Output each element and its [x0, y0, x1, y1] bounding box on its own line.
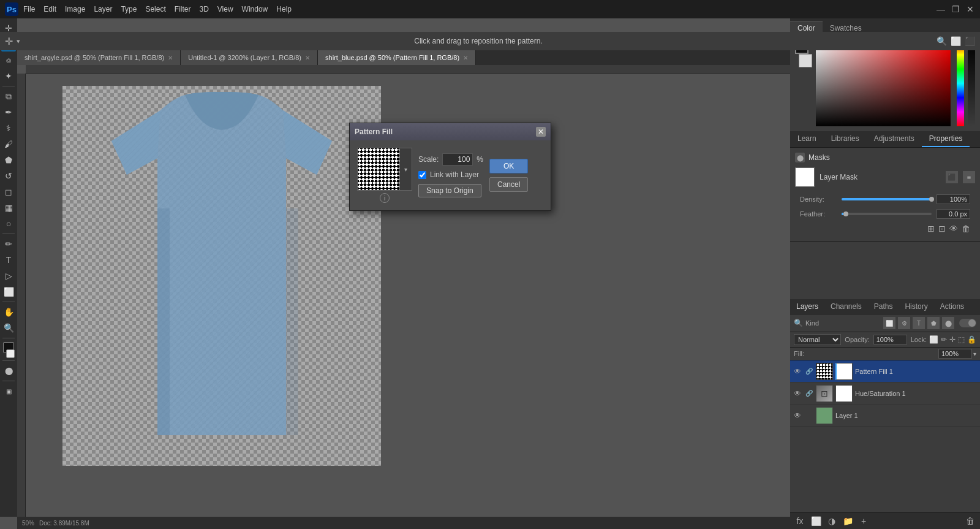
tab-layers[interactable]: Layers [790, 299, 824, 314]
tool-lasso[interactable]: ⌾ [1, 53, 16, 67]
tool-zoom[interactable]: 🔍 [1, 321, 16, 335]
filter-smart[interactable]: ⬤ [942, 317, 954, 329]
feather-slider[interactable] [842, 213, 932, 215]
tool-history-brush[interactable]: ↺ [1, 169, 16, 183]
background-swatch[interactable] [799, 54, 812, 67]
menu-layer[interactable]: Layer [94, 5, 112, 13]
fill-input[interactable] [938, 349, 972, 359]
tool-spot-heal[interactable]: ⚕ [1, 121, 16, 135]
mask-refine-icon[interactable]: ⊞ [927, 224, 935, 234]
menu-3d[interactable]: 3D [199, 5, 208, 13]
menu-window[interactable]: Window [242, 5, 268, 13]
feather-value[interactable] [937, 209, 970, 219]
tab-paths[interactable]: Paths [868, 299, 899, 314]
snap-to-origin-btn[interactable]: Snap to Origin [418, 184, 481, 197]
layer-group-btn[interactable]: 📁 [842, 515, 854, 527]
link-with-layer-label[interactable]: Link with Layer [430, 170, 479, 179]
tool-wand[interactable]: ✦ [1, 69, 16, 83]
menu-select[interactable]: Select [145, 5, 165, 13]
layer-item-pattern-fill[interactable]: 👁 🔗 Pattern Fill 1 [790, 360, 980, 382]
tool-eyedropper[interactable]: ✒ [1, 105, 16, 120]
tool-path-select[interactable]: ▷ [1, 268, 16, 283]
dialog-cancel-btn[interactable]: Cancel [489, 177, 528, 192]
mask-eye-icon[interactable]: 👁 [949, 224, 958, 234]
opacity-input[interactable] [873, 335, 907, 344]
eye-pattern-fill[interactable]: 👁 [793, 367, 802, 376]
pattern-preview[interactable] [357, 148, 400, 191]
menu-edit[interactable]: Edit [43, 5, 56, 13]
tab-close-untitled[interactable]: ✕ [305, 55, 310, 61]
filter-shape[interactable]: ⬟ [927, 317, 940, 329]
pattern-dropdown-btn[interactable]: ▾ [400, 148, 412, 191]
blend-mode-select[interactable]: Normal [794, 334, 841, 345]
tool-shape[interactable]: ⬜ [1, 284, 16, 299]
layer-delete-btn[interactable]: 🗑 [964, 515, 976, 527]
tab-untitled[interactable]: Untitled-1 @ 3200% (Layer 1, RGB/8) ✕ [181, 50, 318, 65]
tab-close-argyle[interactable]: ✕ [168, 55, 173, 61]
lock-gradient[interactable]: ✏ [941, 335, 947, 344]
minimize-button[interactable]: — [936, 4, 946, 14]
feather-thumb[interactable] [843, 211, 848, 216]
mask-apply-btn[interactable]: ⬛ [946, 171, 958, 183]
tab-channels[interactable]: Channels [824, 299, 868, 314]
hue-bar[interactable] [957, 40, 964, 126]
color-spectrum-area[interactable] [816, 40, 953, 126]
lock-pixel[interactable]: ⬜ [929, 335, 938, 344]
tool-brush[interactable]: 🖌 [1, 137, 16, 151]
quick-mask-btn[interactable]: ⬤ [1, 363, 16, 378]
menu-image[interactable]: Image [65, 5, 85, 13]
tab-close-blue[interactable]: ✕ [463, 55, 468, 61]
eye-hue-sat[interactable]: 👁 [793, 389, 802, 398]
menu-type[interactable]: Type [121, 5, 137, 13]
screen-mode-btn[interactable]: ▣ [1, 384, 16, 398]
alpha-bar[interactable] [968, 40, 975, 126]
menu-help[interactable]: Help [276, 5, 292, 13]
lock-artboard[interactable]: ⬚ [958, 335, 965, 344]
layer-fx-btn[interactable]: fx [794, 515, 806, 527]
dialog-ok-btn[interactable]: OK [489, 159, 528, 173]
lock-all[interactable]: 🔒 [967, 335, 976, 344]
tab-history[interactable]: History [899, 299, 933, 314]
mask-intersect-icon[interactable]: ⊡ [938, 224, 946, 234]
tab-shirt-blue[interactable]: shirt_blue.psd @ 50% (Pattern Fill 1, RG… [318, 50, 476, 65]
tool-type[interactable]: T [1, 253, 16, 267]
filter-adjustment[interactable]: ⚙ [898, 317, 910, 329]
density-slider[interactable] [842, 198, 932, 200]
layer-adjustment-btn[interactable]: ◑ [826, 515, 838, 527]
tool-hand[interactable]: ✋ [1, 305, 16, 319]
dialog-close-btn[interactable]: ✕ [536, 127, 546, 137]
tool-eraser[interactable]: ◻ [1, 185, 16, 199]
pattern-fill-dialog[interactable]: Pattern Fill ✕ ▾ i Sc [349, 123, 551, 211]
filter-type[interactable]: T [913, 317, 925, 329]
tab-learn[interactable]: Learn [790, 131, 824, 147]
tool-pen[interactable]: ✏ [1, 237, 16, 251]
maximize-button[interactable]: ❐ [951, 4, 960, 14]
menu-file[interactable]: File [23, 5, 35, 13]
filter-toggle[interactable] [959, 319, 976, 327]
tab-actions[interactable]: Actions [934, 299, 970, 314]
layer-item-layer1[interactable]: 👁 Layer 1 [790, 405, 980, 427]
dialog-title-bar[interactable]: Pattern Fill ✕ [350, 123, 551, 140]
layer-new-btn[interactable]: + [858, 515, 870, 527]
mask-delete-icon[interactable]: 🗑 [962, 224, 970, 234]
share-icon[interactable]: ⬜ [951, 36, 961, 46]
layer-item-hue-sat[interactable]: 👁 🔗 ⊡ Hue/Saturation 1 [790, 382, 980, 405]
scale-input[interactable] [442, 153, 473, 166]
menu-filter[interactable]: Filter [175, 5, 191, 13]
tool-crop[interactable]: ⧉ [1, 89, 16, 104]
tool-clone[interactable]: ⬟ [1, 153, 16, 167]
options-dropdown[interactable]: ▾ [17, 37, 20, 45]
density-value[interactable] [937, 194, 970, 204]
screen-mode-icon[interactable]: ⬛ [965, 36, 975, 46]
mask-options-btn[interactable]: ≡ [963, 171, 975, 183]
lock-move[interactable]: ✛ [949, 335, 956, 344]
close-button[interactable]: ✕ [965, 4, 975, 14]
search-icon[interactable]: 🔍 [937, 36, 947, 46]
tab-adjustments[interactable]: Adjustments [867, 131, 922, 147]
tool-dodge[interactable]: ○ [1, 216, 16, 231]
density-thumb[interactable] [929, 197, 934, 202]
filter-pixel[interactable]: ⬜ [883, 317, 895, 329]
menu-view[interactable]: View [217, 5, 233, 13]
layer-mask-btn[interactable]: ⬜ [810, 515, 822, 527]
snap-info-icon[interactable]: i [380, 193, 390, 203]
